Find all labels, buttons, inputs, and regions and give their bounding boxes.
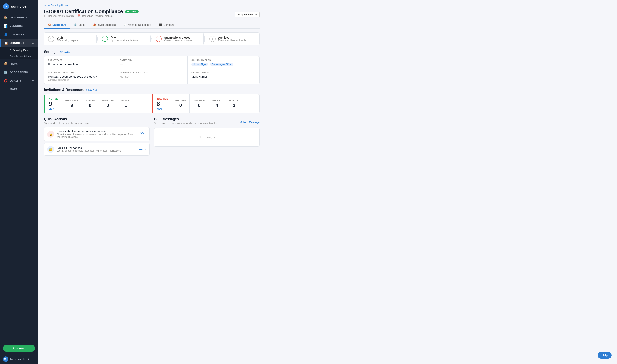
response-open-date-label: RESPONSE OPEN DATE	[48, 72, 112, 74]
step-draft-label: Draft	[57, 36, 79, 39]
submitted-value: 0	[106, 103, 109, 108]
tab-compare[interactable]: ⬛ Compare	[155, 21, 178, 29]
manage-link[interactable]: MANAGE	[60, 51, 70, 53]
tab-dashboard[interactable]: 🏠 Dashboard	[44, 21, 70, 29]
tab-manage-responses[interactable]: 📋 Manage Responses	[119, 21, 155, 29]
avatar: MH	[3, 356, 8, 362]
contacts-icon: 👤	[4, 33, 8, 36]
lock-responses-icon-wrap: 🔐	[47, 146, 54, 153]
new-button[interactable]: ＋ + New...	[3, 345, 35, 352]
active-view-link[interactable]: VIEW	[49, 107, 58, 110]
sidebar-item-onboarding[interactable]: ➡️ ONBOARDING	[0, 68, 38, 77]
sidebar-item-sourcing-workflows[interactable]: Sourcing Workflows	[0, 53, 38, 59]
step-open-desc: Open for vendor submissions	[111, 39, 140, 41]
plus-circle-icon: ⊕	[240, 121, 242, 124]
event-type-value: Request for Information	[48, 63, 112, 66]
sidebar-item-dashboard[interactable]: 🏠 DASHBOARD	[0, 13, 38, 22]
quality-icon: ⭕	[4, 79, 8, 83]
sidebar-logo: S SUPPLIOS	[0, 0, 38, 13]
sidebar-item-items[interactable]: 📦 ITEMS	[0, 59, 38, 68]
expired-stat: EXPIRED 4	[209, 94, 225, 113]
no-messages-box: No messages	[154, 128, 259, 146]
inactive-stats: DECLINED 0 CANCELLED 0 EXPIRED 4 REJECTE…	[172, 94, 259, 113]
supplier-view-button[interactable]: Supplier View ↗	[234, 12, 259, 17]
category-value: ---	[120, 63, 184, 66]
sidebar-item-quality[interactable]: ⭕ QUALITY ▼	[0, 77, 38, 85]
help-button[interactable]: Help	[598, 352, 612, 359]
logo-icon: S	[3, 3, 9, 10]
close-submissions-desc: Close the event for new submissions and …	[57, 133, 138, 138]
chevron-down-icon: ▼	[32, 80, 34, 82]
plus-icon: ＋	[12, 347, 15, 350]
step-closed-label: Submissions Closed	[164, 36, 192, 39]
started-value: 0	[89, 103, 91, 108]
compare-tab-icon: ⬛	[159, 23, 162, 26]
inactive-section: Inactive 6 VIEW	[152, 94, 172, 113]
step-draft: ✏ Draft RFx is being prepared	[44, 33, 98, 45]
quick-actions-title: Quick Actions	[44, 117, 150, 121]
response-open-date-value: Monday, December 6, 2021 at 5:59 AM	[48, 75, 112, 78]
response-close-date-label: RESPONSE CLOSE DATE	[120, 72, 184, 74]
event-owner-value: Mark Hamblin	[192, 75, 256, 78]
sidebar-item-sourcing[interactable]: 📋 SOURCING ▲	[0, 39, 38, 47]
tab-invite-suppliers[interactable]: 📤 Invite Suppliers	[89, 21, 119, 29]
close-submissions-icon-wrap: 🔒	[47, 131, 54, 138]
more-icon: ···	[4, 88, 8, 91]
breadcrumb[interactable]: ← ← Sourcing Home	[44, 4, 259, 7]
lock-responses-go[interactable]: GO →	[139, 148, 146, 151]
invitations-title: Invitations & Responses	[44, 88, 84, 92]
event-owner-cell: EVENT OWNER Mark Hamblin	[188, 69, 259, 84]
cancelled-value: 0	[198, 103, 200, 108]
bulk-messages-header: Bulk Messages Send separate emails to ma…	[154, 117, 259, 127]
onboarding-icon: ➡️	[4, 70, 8, 74]
sidebar-item-more[interactable]: ··· MORE ▼	[0, 85, 38, 93]
action-lock-responses: 🔐 Lock All Responses Lock all already-su…	[44, 143, 150, 156]
title-row: ISO9001 Certification Compliance OPEN	[44, 9, 139, 14]
dashboard-tab-icon: 🏠	[48, 23, 51, 26]
declined-value: 0	[180, 103, 182, 108]
lock-icon: 🔒	[49, 132, 52, 136]
step-archived-icon: 🗄	[209, 36, 216, 42]
manage-tab-icon: 📋	[123, 23, 126, 26]
declined-stat: DECLINED 0	[172, 94, 189, 113]
submitted-label: SUBMITTED	[102, 99, 114, 102]
lock2-icon: 🔐	[49, 148, 52, 151]
settings-title: Settings	[44, 50, 57, 54]
quick-actions-subtitle: Shortcuts to help manage the sourcing ev…	[44, 122, 150, 125]
tag-project-tiger: Project Tiger	[192, 63, 208, 66]
sidebar-item-contacts[interactable]: 👤 CONTACTS	[0, 30, 38, 39]
step-closed-icon: ✕	[155, 36, 162, 42]
rejected-value: 2	[233, 103, 235, 108]
sidebar-item-all-sourcing-events[interactable]: All Sourcing Events	[0, 47, 38, 53]
awarded-value: 1	[125, 103, 127, 108]
status-badge: OPEN	[125, 10, 139, 13]
invitations-grid: Active 9 VIEW OPEN INVITE 8 STARTED 0 SU…	[44, 94, 259, 113]
action-lock-responses-text: Lock All Responses Lock all already-subm…	[57, 146, 121, 152]
bulk-messages-subtitle: Send separate emails to many suppliers a…	[154, 122, 223, 125]
category-label: CATEGORY	[120, 59, 184, 61]
sidebar-item-label: VENDORS	[10, 25, 23, 27]
tab-bar: 🏠 Dashboard ⚙️ Setup 📤 Invite Suppliers …	[44, 21, 259, 29]
chevron-up-icon-user: ▲	[27, 358, 30, 361]
chevron-up-icon: ▲	[32, 42, 34, 44]
view-all-link[interactable]: VIEW ALL	[86, 89, 98, 91]
bottom-grid: Quick Actions Shortcuts to help manage t…	[44, 117, 259, 157]
inactive-view-link[interactable]: VIEW	[156, 107, 168, 110]
submitted-stat: SUBMITTED 0	[98, 94, 117, 113]
sidebar-item-label: SOURCING	[11, 41, 25, 44]
tab-setup[interactable]: ⚙️ Setup	[70, 21, 89, 29]
active-label: Active	[49, 97, 58, 100]
inactive-label: Inactive	[156, 97, 168, 100]
sidebar-item-vendors[interactable]: 📊 VENDORS	[0, 22, 38, 30]
close-submissions-go[interactable]: GO →	[141, 131, 146, 137]
new-message-button[interactable]: ⊕ New Message	[240, 121, 259, 124]
sidebar: S SUPPLIOS 🏠 DASHBOARD 📊 VENDORS 👤 CONTA…	[0, 0, 38, 364]
expired-label: EXPIRED	[213, 99, 221, 102]
items-icon: 📦	[4, 62, 8, 65]
user-profile[interactable]: MH Mark Hamblin ▲	[0, 354, 38, 364]
open-invite-label: OPEN INVITE	[65, 99, 78, 102]
sidebar-item-label: CONTACTS	[10, 33, 24, 36]
response-open-date-sub: Europe/Copenhagen	[48, 78, 112, 81]
page-title: ISO9001 Certification Compliance	[44, 9, 123, 14]
step-submissions-closed: ✕ Submissions Closed Closed to new submi…	[152, 33, 206, 45]
